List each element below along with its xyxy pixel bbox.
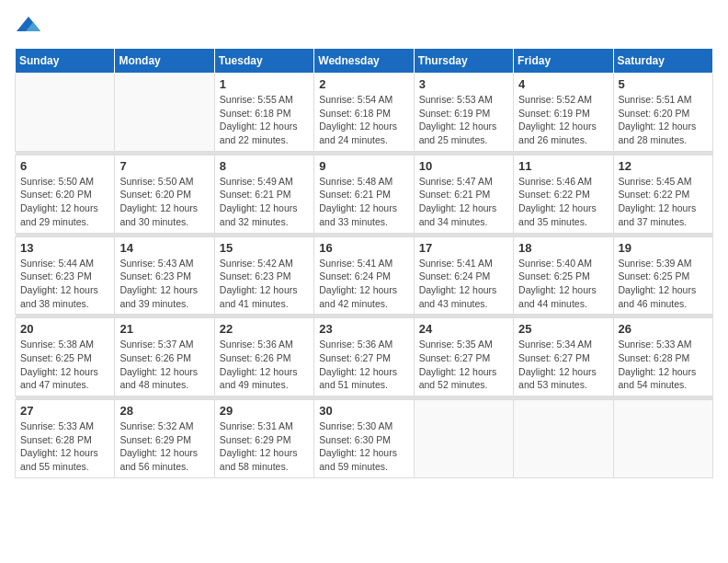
day-info: Sunrise: 5:36 AM Sunset: 6:26 PM Dayligh… [220,338,309,392]
day-info: Sunrise: 5:42 AM Sunset: 6:23 PM Dayligh… [220,257,309,311]
calendar-cell: 18Sunrise: 5:40 AM Sunset: 6:25 PM Dayli… [514,236,613,315]
calendar-header-row: SundayMondayTuesdayWednesdayThursdayFrid… [16,49,713,74]
calendar-cell [16,74,115,152]
day-info: Sunrise: 5:33 AM Sunset: 6:28 PM Dayligh… [619,338,708,392]
day-number: 25 [518,322,608,336]
day-info: Sunrise: 5:39 AM Sunset: 6:25 PM Dayligh… [619,257,708,311]
calendar-cell [414,400,513,478]
day-number: 6 [20,159,109,173]
day-info: Sunrise: 5:35 AM Sunset: 6:27 PM Dayligh… [419,338,508,392]
day-number: 21 [119,322,209,336]
day-number: 8 [220,159,309,173]
calendar-cell: 4Sunrise: 5:52 AM Sunset: 6:19 PM Daylig… [514,74,613,152]
calendar-cell: 30Sunrise: 5:30 AM Sunset: 6:30 PM Dayli… [314,400,414,478]
day-header-friday: Friday [514,49,613,74]
calendar-cell: 16Sunrise: 5:41 AM Sunset: 6:24 PM Dayli… [314,236,414,315]
day-info: Sunrise: 5:51 AM Sunset: 6:20 PM Dayligh… [619,93,708,147]
calendar-cell: 20Sunrise: 5:38 AM Sunset: 6:25 PM Dayli… [16,318,115,396]
calendar-week-row: 1Sunrise: 5:55 AM Sunset: 6:18 PM Daylig… [16,74,713,152]
calendar-week-row: 13Sunrise: 5:44 AM Sunset: 6:23 PM Dayli… [16,236,713,315]
calendar-cell: 3Sunrise: 5:53 AM Sunset: 6:19 PM Daylig… [414,74,513,152]
day-number: 2 [319,77,408,91]
calendar-cell: 28Sunrise: 5:32 AM Sunset: 6:29 PM Dayli… [115,400,214,478]
day-info: Sunrise: 5:53 AM Sunset: 6:19 PM Dayligh… [419,93,508,147]
day-header-sunday: Sunday [16,49,115,74]
day-number: 3 [419,77,508,91]
day-info: Sunrise: 5:33 AM Sunset: 6:28 PM Dayligh… [20,419,109,474]
day-info: Sunrise: 5:37 AM Sunset: 6:26 PM Dayligh… [119,338,209,392]
calendar-cell: 15Sunrise: 5:42 AM Sunset: 6:23 PM Dayli… [214,236,313,315]
day-number: 17 [419,241,508,255]
day-number: 24 [419,322,508,336]
calendar-cell: 22Sunrise: 5:36 AM Sunset: 6:26 PM Dayli… [214,318,313,396]
day-info: Sunrise: 5:52 AM Sunset: 6:19 PM Dayligh… [518,93,608,147]
calendar-cell: 12Sunrise: 5:45 AM Sunset: 6:22 PM Dayli… [613,155,712,233]
calendar-cell: 14Sunrise: 5:43 AM Sunset: 6:23 PM Dayli… [115,236,214,315]
calendar-cell: 6Sunrise: 5:50 AM Sunset: 6:20 PM Daylig… [16,155,115,233]
day-number: 12 [619,159,708,173]
calendar-cell: 11Sunrise: 5:46 AM Sunset: 6:22 PM Dayli… [514,155,613,233]
day-number: 22 [220,322,309,336]
calendar-week-row: 27Sunrise: 5:33 AM Sunset: 6:28 PM Dayli… [16,400,713,478]
day-info: Sunrise: 5:32 AM Sunset: 6:29 PM Dayligh… [119,419,209,474]
day-header-monday: Monday [115,49,214,74]
calendar-cell: 19Sunrise: 5:39 AM Sunset: 6:25 PM Dayli… [613,236,712,315]
day-info: Sunrise: 5:41 AM Sunset: 6:24 PM Dayligh… [319,257,408,311]
day-info: Sunrise: 5:36 AM Sunset: 6:27 PM Dayligh… [319,338,408,392]
calendar-cell: 21Sunrise: 5:37 AM Sunset: 6:26 PM Dayli… [115,318,214,396]
day-header-thursday: Thursday [414,49,513,74]
day-info: Sunrise: 5:55 AM Sunset: 6:18 PM Dayligh… [220,93,309,147]
day-number: 29 [220,404,309,418]
day-info: Sunrise: 5:48 AM Sunset: 6:21 PM Dayligh… [319,175,408,229]
calendar-cell [115,74,214,152]
day-info: Sunrise: 5:54 AM Sunset: 6:18 PM Dayligh… [319,93,408,147]
day-info: Sunrise: 5:43 AM Sunset: 6:23 PM Dayligh… [119,257,209,311]
day-info: Sunrise: 5:31 AM Sunset: 6:29 PM Dayligh… [220,419,309,474]
day-number: 23 [319,322,408,336]
calendar-week-row: 6Sunrise: 5:50 AM Sunset: 6:20 PM Daylig… [16,155,713,233]
day-number: 26 [619,322,708,336]
calendar-cell: 5Sunrise: 5:51 AM Sunset: 6:20 PM Daylig… [613,74,712,152]
calendar-cell: 7Sunrise: 5:50 AM Sunset: 6:20 PM Daylig… [115,155,214,233]
calendar-cell: 10Sunrise: 5:47 AM Sunset: 6:21 PM Dayli… [414,155,513,233]
calendar-cell: 23Sunrise: 5:36 AM Sunset: 6:27 PM Dayli… [314,318,414,396]
calendar-week-row: 20Sunrise: 5:38 AM Sunset: 6:25 PM Dayli… [16,318,713,396]
calendar-cell: 26Sunrise: 5:33 AM Sunset: 6:28 PM Dayli… [613,318,712,396]
day-info: Sunrise: 5:47 AM Sunset: 6:21 PM Dayligh… [419,175,508,229]
day-info: Sunrise: 5:50 AM Sunset: 6:20 PM Dayligh… [20,175,109,229]
logo [15,15,46,37]
logo-icon [15,15,42,37]
day-number: 19 [619,241,708,255]
day-header-wednesday: Wednesday [314,49,414,74]
calendar-cell: 1Sunrise: 5:55 AM Sunset: 6:18 PM Daylig… [214,74,313,152]
day-number: 28 [119,404,209,418]
day-info: Sunrise: 5:46 AM Sunset: 6:22 PM Dayligh… [518,175,608,229]
day-number: 10 [419,159,508,173]
day-number: 15 [220,241,309,255]
day-number: 11 [518,159,608,173]
day-info: Sunrise: 5:49 AM Sunset: 6:21 PM Dayligh… [220,175,309,229]
day-info: Sunrise: 5:50 AM Sunset: 6:20 PM Dayligh… [119,175,209,229]
calendar-cell: 8Sunrise: 5:49 AM Sunset: 6:21 PM Daylig… [214,155,313,233]
day-number: 18 [518,241,608,255]
calendar-cell: 9Sunrise: 5:48 AM Sunset: 6:21 PM Daylig… [314,155,414,233]
calendar: SundayMondayTuesdayWednesdayThursdayFrid… [15,48,713,478]
calendar-cell: 17Sunrise: 5:41 AM Sunset: 6:24 PM Dayli… [414,236,513,315]
calendar-cell: 2Sunrise: 5:54 AM Sunset: 6:18 PM Daylig… [314,74,414,152]
calendar-cell: 29Sunrise: 5:31 AM Sunset: 6:29 PM Dayli… [214,400,313,478]
day-info: Sunrise: 5:41 AM Sunset: 6:24 PM Dayligh… [419,257,508,311]
day-header-tuesday: Tuesday [214,49,313,74]
day-info: Sunrise: 5:38 AM Sunset: 6:25 PM Dayligh… [20,338,109,392]
day-number: 16 [319,241,408,255]
calendar-cell: 24Sunrise: 5:35 AM Sunset: 6:27 PM Dayli… [414,318,513,396]
day-number: 20 [20,322,109,336]
day-number: 14 [119,241,209,255]
day-number: 9 [319,159,408,173]
day-number: 5 [619,77,708,91]
page-header [15,15,713,37]
calendar-cell: 27Sunrise: 5:33 AM Sunset: 6:28 PM Dayli… [16,400,115,478]
day-info: Sunrise: 5:40 AM Sunset: 6:25 PM Dayligh… [518,257,608,311]
day-info: Sunrise: 5:34 AM Sunset: 6:27 PM Dayligh… [518,338,608,392]
day-info: Sunrise: 5:44 AM Sunset: 6:23 PM Dayligh… [20,257,109,311]
day-number: 27 [20,404,109,418]
